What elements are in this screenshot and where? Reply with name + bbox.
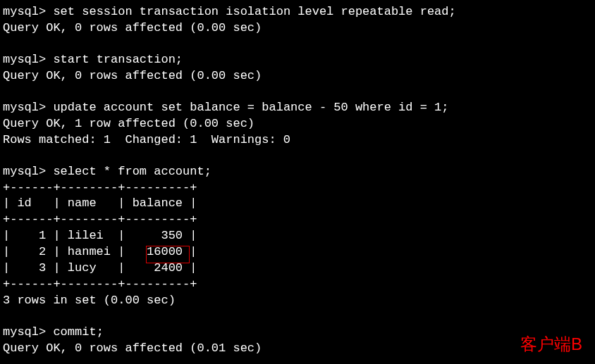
mysql-prompt: mysql> [3, 5, 46, 18]
mysql-prompt: mysql> [3, 165, 46, 178]
table-row: | 2 | hanmei | 16000 | [3, 244, 592, 261]
cmd-text: set session transaction isolation level … [53, 5, 455, 18]
cmd-text: update account set balance = balance - 5… [53, 101, 448, 114]
select-footer: 3 rows in set (0.00 sec) [3, 293, 592, 309]
mysql-prompt: mysql> [3, 325, 46, 339]
result-set-isolation: Query OK, 0 rows affected (0.00 sec) [3, 20, 592, 37]
table-border-top: +------+--------+---------+ [3, 180, 592, 196]
mysql-prompt: mysql> [3, 53, 46, 66]
table-header: | id | name | balance | [3, 196, 592, 212]
table-border-mid: +------+--------+---------+ [3, 212, 592, 228]
blank-line [3, 37, 592, 52]
cmd-start-tx: mysql> start transaction; [3, 52, 592, 68]
blank-line [3, 84, 592, 100]
table-row: | 3 | lucy | 2400 | [3, 261, 592, 277]
blank-line [3, 149, 592, 164]
result-update-1: Query OK, 1 row affected (0.00 sec) [3, 116, 592, 132]
mysql-prompt: mysql> [3, 101, 46, 114]
cmd-set-isolation: mysql> set session transaction isolation… [3, 4, 592, 20]
result-start-tx: Query OK, 0 rows affected (0.00 sec) [3, 68, 592, 84]
result-commit: Query OK, 0 rows affected (0.01 sec) [3, 341, 592, 357]
cmd-text: select * from account; [53, 165, 211, 178]
cmd-text: start transaction; [53, 53, 183, 66]
cmd-text: commit; [53, 325, 103, 339]
table-row: | 1 | lilei | 350 | [3, 228, 592, 244]
cmd-commit: mysql> commit; [3, 325, 592, 341]
blank-line [3, 309, 592, 325]
cmd-select: mysql> select * from account; [3, 164, 592, 180]
cmd-update: mysql> update account set balance = bala… [3, 100, 592, 116]
client-label: 客户端B [520, 333, 582, 356]
result-update-2: Rows matched: 1 Changed: 1 Warnings: 0 [3, 132, 592, 149]
table-border-bottom: +------+--------+---------+ [3, 277, 592, 293]
